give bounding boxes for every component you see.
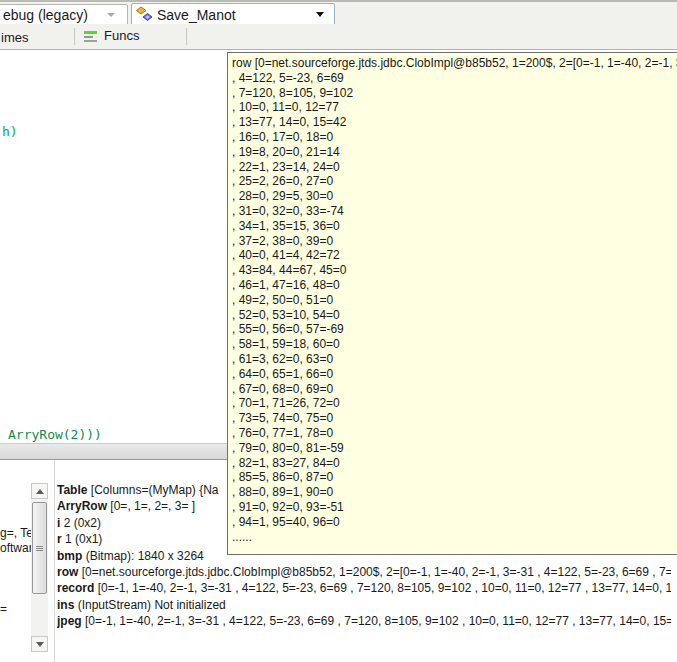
tooltip-line: , 61=3, 62=0, 63=0 [232,352,677,367]
tooltip-line: ...... [232,530,677,545]
tab-funcs[interactable]: Funcs [84,28,139,43]
variable-name: row [57,565,78,579]
tooltip-line: , 82=1, 83=27, 84=0 [232,456,677,471]
tooltip-line: , 55=0, 56=0, 57=-69 [232,322,677,337]
panel-tabbar: imes Funcs [0,24,677,50]
variable-value: (InputStream) Not initialized [78,598,226,612]
variable-name: r [57,532,62,546]
tooltip-line: , 94=1, 95=40, 96=0 [232,515,677,530]
variable-name: bmp [57,549,82,563]
tooltip-line: , 19=8, 20=0, 21=14 [232,145,677,160]
variable-value: [Columns=(MyMap) {Na [91,483,219,497]
ide-window: ebug (legacy) Save_Manot imes Funcs h) A… [0,0,677,662]
tooltip-line: , 34=1, 35=15, 36=0 [232,219,677,234]
scroll-up-button[interactable] [31,483,48,499]
main-toolbar: ebug (legacy) Save_Manot [0,0,677,26]
macro-combobox-value: Save_Manot [157,7,236,23]
variable-value: 2 (0x2) [64,516,101,530]
macro-combobox[interactable]: Save_Manot [131,3,335,26]
tooltip-line: , 46=1, 47=16, 48=0 [232,278,677,293]
scroll-up-icon [36,489,44,494]
tooltip-line: , 16=0, 17=0, 18=0 [232,130,677,145]
code-fragment-bottom: ArryRow(2))) [8,427,102,442]
watch-fragment: = [0,602,7,616]
tab-funcs-label: Funcs [104,28,139,43]
chevron-down-icon[interactable] [107,13,115,17]
code-fragment-top: h) [2,124,18,139]
tooltip-line: , 88=0, 89=1, 90=0 [232,485,677,500]
variable-name: Table [57,483,87,497]
variable-name: ArryRow [57,499,107,513]
tooltip-line: , 70=1, 71=26, 72=0 [232,396,677,411]
tooltip-line: , 28=0, 29=5, 30=0 [232,189,677,204]
tooltip-line: , 25=2, 26=0, 27=0 [232,174,677,189]
scroll-down-icon [36,642,44,647]
debug-config-value: ebug (legacy) [3,7,88,23]
tooltip-line: , 64=0, 65=1, 66=0 [232,367,677,382]
thumb-grip-icon [36,546,43,552]
tooltip-line: , 91=0, 92=0, 93=-51 [232,500,677,515]
tooltip-line: , 31=0, 32=0, 33=-74 [232,204,677,219]
watch-fragment: g=, Te [0,526,33,540]
tab-times[interactable]: imes [1,30,28,45]
debug-value-tooltip: row [0=net.sourceforge.jtds.jdbc.ClobImp… [227,52,677,555]
tooltip-line: , 79=0, 80=0, 81=-59 [232,441,677,456]
tooltip-line: , 4=122, 5=-23, 6=69 [232,71,677,86]
tooltip-line: , 43=84, 44=67, 45=0 [232,263,677,278]
tooltip-line: , 13=77, 14=0, 15=42 [232,115,677,130]
tooltip-line: , 37=2, 38=0, 39=0 [232,234,677,249]
pane-divider[interactable] [54,460,55,662]
tooltip-line: , 85=5, 86=0, 87=0 [232,470,677,485]
tooltip-line: , 49=2, 50=0, 51=0 [232,293,677,308]
variable-name: i [57,516,60,530]
list-bars-icon [84,30,99,42]
vertical-scrollbar[interactable] [31,483,48,652]
tooltip-line: , 40=0, 41=4, 42=72 [232,248,677,263]
diamond-macro-icon [136,6,153,23]
variable-row[interactable]: jpeg [0=-1, 1=-40, 2=-1, 3=-31 , 4=122, … [57,613,671,629]
variable-name: record [57,581,94,595]
scroll-down-button[interactable] [31,636,48,652]
tooltip-line: , 58=1, 59=18, 60=0 [232,337,677,352]
debug-config-combobox[interactable]: ebug (legacy) [0,4,128,25]
variable-value: [0=-1, 1=-40, 2=-1, 3=-31 , 4=122, 5=-23… [85,614,671,628]
variable-row[interactable]: ins (InputStream) Not initialized [57,597,671,613]
tooltip-line: row [0=net.sourceforge.jtds.jdbc.ClobImp… [232,56,677,71]
tooltip-line: , 10=0, 11=0, 12=77 [232,100,677,115]
tooltip-line: , 73=5, 74=0, 75=0 [232,411,677,426]
variable-value: (Bitmap): 1840 x 3264 [86,549,204,563]
variable-name: jpeg [57,614,82,628]
tab-separator [186,28,187,45]
tooltip-line: , 7=120, 8=105, 9=102 [232,86,677,101]
tooltip-line: , 76=0, 77=1, 78=0 [232,426,677,441]
chevron-down-icon[interactable] [316,12,324,17]
variable-value: [0=-1, 1=-40, 2=-1, 3=-31 , 4=122, 5=-23… [98,581,671,595]
variable-value: [0=net.sourceforge.jtds.jdbc.ClobImpl@b8… [82,565,671,579]
variable-row[interactable]: row [0=net.sourceforge.jtds.jdbc.ClobImp… [57,564,671,580]
tooltip-line: , 67=0, 68=0, 69=0 [232,382,677,397]
tooltip-line: , 52=0, 53=10, 54=0 [232,308,677,323]
tooltip-line: , 22=1, 23=14, 24=0 [232,160,677,175]
variable-value: [0=, 1=, 2=, 3= ] [110,499,195,513]
variable-row[interactable]: record [0=-1, 1=-40, 2=-1, 3=-31 , 4=122… [57,580,671,596]
variable-name: ins [57,598,74,612]
scrollbar-thumb[interactable] [32,502,47,594]
tab-separator [74,28,75,45]
variable-value: 1 (0x1) [65,532,102,546]
